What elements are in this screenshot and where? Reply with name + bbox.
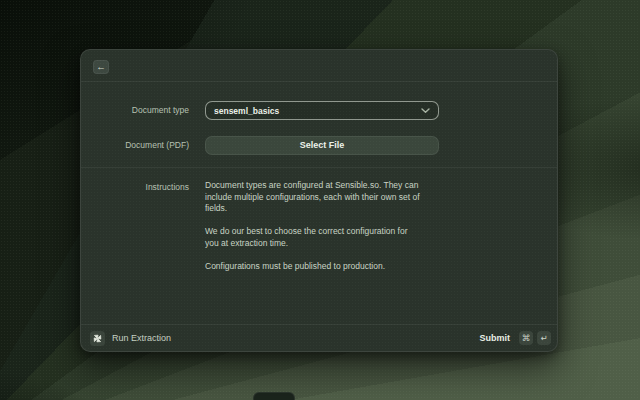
command-key-icon: ⌘ [519, 331, 533, 345]
pinwheel-logo-icon [92, 333, 103, 344]
action-bar-left[interactable]: Run Extraction [90, 331, 480, 346]
document-type-value: senseml_basics [214, 106, 415, 116]
extension-form-window: ← Document type senseml_basics Document … [80, 49, 558, 352]
back-button[interactable]: ← [93, 60, 109, 74]
section-divider [81, 167, 557, 168]
window-header: ← [81, 50, 557, 82]
background-window-notch [253, 392, 295, 400]
run-extraction-label: Run Extraction [112, 333, 171, 343]
extension-icon-tile [90, 331, 105, 346]
instructions-label: Instructions [81, 181, 189, 193]
document-type-label: Document type [81, 101, 189, 120]
document-pdf-label: Document (PDF) [81, 136, 189, 155]
submit-action[interactable]: Submit ⌘ ↵ [480, 331, 552, 345]
back-arrow-icon: ← [96, 61, 106, 72]
return-key-icon: ↵ [537, 331, 551, 345]
document-type-dropdown[interactable]: senseml_basics [205, 101, 439, 120]
instructions-text: Document types are configured at Sensibl… [205, 180, 457, 272]
action-bar: Run Extraction Submit ⌘ ↵ [81, 324, 557, 351]
submit-label: Submit [480, 333, 511, 343]
select-file-button[interactable]: Select File [205, 136, 439, 155]
chevron-down-icon [421, 108, 430, 114]
